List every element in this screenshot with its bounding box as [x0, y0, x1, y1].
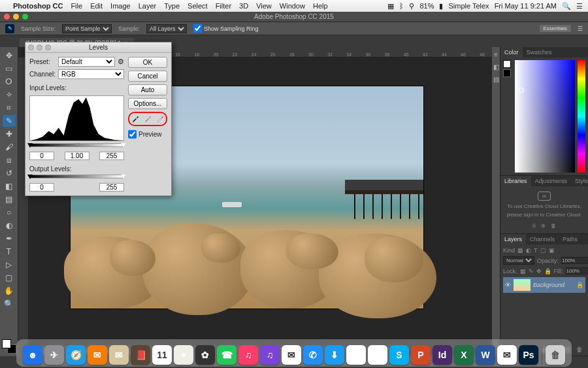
- dock-app[interactable]: ✆: [303, 345, 323, 365]
- filter-type-icon[interactable]: T: [534, 247, 538, 254]
- dock-app[interactable]: ✉: [282, 345, 301, 365]
- filter-shape-icon[interactable]: ▢: [540, 247, 546, 254]
- gray-point-eyedropper[interactable]: [143, 114, 152, 124]
- menu-item[interactable]: View: [256, 2, 272, 10]
- menu-item[interactable]: Window: [280, 2, 305, 10]
- layer-name[interactable]: Background: [533, 282, 564, 288]
- ok-button[interactable]: OK: [128, 57, 167, 68]
- dock-app[interactable]: W: [476, 345, 495, 365]
- type-tool[interactable]: T: [3, 246, 16, 258]
- notification-center-icon[interactable]: ☰: [576, 2, 583, 10]
- dock-app[interactable]: ✉: [88, 345, 107, 365]
- filter-pixel-icon[interactable]: ▦: [517, 247, 523, 254]
- minimize-window[interactable]: [13, 14, 19, 20]
- opacity-input[interactable]: [561, 257, 588, 264]
- lock-icon[interactable]: ✥: [536, 268, 542, 275]
- output-black-field[interactable]: [29, 183, 54, 192]
- menu-item[interactable]: Edit: [90, 2, 103, 10]
- dock-app[interactable]: Id: [433, 345, 452, 365]
- fg-color-swatch[interactable]: [503, 60, 511, 68]
- menu-item[interactable]: Type: [164, 2, 180, 10]
- path-tool[interactable]: ▷: [3, 259, 16, 271]
- dock-app[interactable]: [346, 345, 366, 365]
- lock-icon[interactable]: 🔒: [544, 268, 551, 275]
- dock-app[interactable]: ♫: [260, 345, 280, 365]
- channel-select[interactable]: RGB: [58, 69, 124, 79]
- dock-app[interactable]: S: [389, 345, 409, 365]
- hand-tool[interactable]: ✋: [3, 285, 16, 297]
- lasso-tool[interactable]: ⵔ: [3, 76, 16, 88]
- lib-icon[interactable]: ⎙: [532, 223, 536, 229]
- dock-app[interactable]: 🧭: [66, 345, 86, 365]
- search-icon[interactable]: ☰: [578, 25, 583, 32]
- layer-row[interactable]: 👁 Background 🔒: [503, 277, 585, 293]
- menu-item[interactable]: Filter: [216, 2, 231, 10]
- magic-wand-tool[interactable]: ✧: [3, 89, 16, 101]
- output-slider[interactable]: [29, 175, 124, 178]
- dock-app[interactable]: ☻: [23, 345, 42, 365]
- visibility-icon[interactable]: 👁: [505, 282, 511, 288]
- healing-brush-tool[interactable]: ✚: [3, 128, 16, 140]
- layer-thumbnail[interactable]: [514, 279, 531, 291]
- tab-libraries[interactable]: Libraries: [500, 176, 531, 186]
- menu-item[interactable]: Photoshop CC: [13, 2, 63, 10]
- show-ring-checkbox[interactable]: Show Sampling Ring: [193, 24, 259, 33]
- menu-item[interactable]: Layer: [139, 2, 157, 10]
- zoom-window[interactable]: [22, 14, 28, 20]
- dialog-title-bar[interactable]: Levels: [25, 42, 171, 53]
- dock-app[interactable]: ✿: [195, 345, 215, 365]
- ps-home-icon[interactable]: ✎: [5, 24, 14, 33]
- hue-slider[interactable]: [578, 60, 585, 173]
- move-tool[interactable]: ✥: [3, 50, 16, 61]
- spotlight-icon[interactable]: 🔍: [562, 2, 571, 10]
- dock-app[interactable]: [368, 345, 387, 365]
- options-button[interactable]: Options...: [128, 98, 167, 109]
- dock-app[interactable]: P: [411, 345, 431, 365]
- collapsed-panels-strip[interactable]: ≡ ◧ ▤: [492, 47, 500, 356]
- auto-button[interactable]: Auto: [128, 84, 167, 95]
- dock-app[interactable]: ⬇: [325, 345, 344, 365]
- account-name[interactable]: Simple Telex: [448, 2, 489, 10]
- shape-tool[interactable]: ▢: [3, 272, 16, 284]
- eraser-tool[interactable]: ◧: [3, 180, 16, 192]
- marquee-tool[interactable]: ▭: [3, 63, 16, 75]
- dock-app[interactable]: Ps: [519, 345, 538, 365]
- menu-item[interactable]: Help: [313, 2, 328, 10]
- pen-tool[interactable]: ✒: [3, 233, 16, 244]
- white-point-eyedropper[interactable]: [155, 114, 165, 124]
- blend-mode-select[interactable]: Normal: [503, 256, 534, 265]
- panel-icon[interactable]: ≡: [494, 51, 498, 58]
- preview-checkbox[interactable]: Preview: [128, 130, 167, 139]
- dodge-tool[interactable]: ◐: [3, 220, 16, 231]
- tab-swatches[interactable]: Swatches: [523, 47, 556, 58]
- dock-app[interactable]: 11: [152, 345, 172, 365]
- lib-icon[interactable]: 🗑: [551, 223, 556, 229]
- menu-item[interactable]: File: [71, 2, 82, 10]
- dock-app[interactable]: ♫: [238, 345, 258, 365]
- window-controls[interactable]: [4, 14, 28, 20]
- menu-item[interactable]: 3D: [239, 2, 248, 10]
- black-point-eyedropper[interactable]: [131, 114, 140, 124]
- bg-color-swatch[interactable]: [503, 69, 511, 77]
- tab-styles[interactable]: Styles: [571, 176, 588, 186]
- zoom-tool[interactable]: 🔍: [3, 298, 16, 310]
- input-black-field[interactable]: [29, 152, 54, 160]
- lib-icon[interactable]: ⊕: [541, 223, 546, 229]
- dock-trash[interactable]: 🗑: [546, 345, 565, 365]
- output-white-field[interactable]: [99, 183, 124, 192]
- dock-app[interactable]: ⌖: [174, 345, 193, 365]
- crop-tool[interactable]: ⌗: [3, 102, 16, 114]
- dock-app[interactable]: X: [454, 345, 474, 365]
- dock-app[interactable]: ☎: [217, 345, 237, 365]
- stamp-tool[interactable]: ⧇: [3, 154, 16, 166]
- tab-adjustments[interactable]: Adjustments: [531, 176, 572, 186]
- input-slider[interactable]: [29, 143, 124, 147]
- filter-smart-icon[interactable]: ▣: [549, 247, 555, 254]
- menu-item[interactable]: Image: [110, 2, 131, 10]
- dock-app[interactable]: 📕: [131, 345, 150, 365]
- input-white-field[interactable]: [99, 152, 124, 160]
- tab-paths[interactable]: Paths: [559, 234, 581, 244]
- preset-select[interactable]: Default: [58, 57, 115, 67]
- tab-channels[interactable]: Channels: [526, 234, 559, 244]
- dock-app[interactable]: ✈: [44, 345, 64, 365]
